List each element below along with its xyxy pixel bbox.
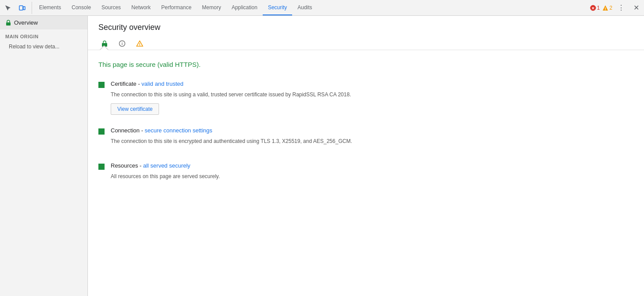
connection-title: Connection - secure connection settings <box>111 127 352 134</box>
toolbar-right: ✕ 1 ! 2 ⋮ ✕ <box>590 2 642 14</box>
info-filter-btn[interactable] <box>116 37 128 50</box>
tab-security[interactable]: Security <box>263 0 292 15</box>
close-devtools-button[interactable]: ✕ <box>630 2 642 14</box>
connection-status-indicator <box>98 128 105 135</box>
security-content: This page is secure (valid HTTPS). Certi… <box>88 50 644 208</box>
warning-filter-btn[interactable] <box>134 37 146 50</box>
security-header: Security overview <box>88 16 644 50</box>
cursor-icon[interactable] <box>2 2 14 14</box>
connection-description: The connection to this site is encrypted… <box>111 137 352 146</box>
certificate-body: Certificate - valid and trusted The conn… <box>111 80 351 115</box>
svg-point-13 <box>139 45 140 46</box>
tab-performance[interactable]: Performance <box>156 0 197 15</box>
certificate-title: Certificate - valid and trusted <box>111 80 351 87</box>
sidebar: Overview Main origin Reload to view deta… <box>0 16 88 296</box>
resources-title: Resources - all served securely <box>111 162 220 169</box>
security-overview-title: Security overview <box>98 23 633 32</box>
main-layout: Overview Main origin Reload to view deta… <box>0 16 644 296</box>
svg-text:✕: ✕ <box>591 6 595 11</box>
toolbar-icon-group <box>2 2 32 14</box>
tab-audits[interactable]: Audits <box>292 0 317 15</box>
error-badge: ✕ 1 <box>590 5 600 11</box>
sidebar-item-overview[interactable]: Overview <box>0 16 87 29</box>
lock-icon <box>5 20 11 26</box>
svg-text:!: ! <box>605 6 606 11</box>
tab-memory[interactable]: Memory <box>197 0 226 15</box>
certificate-item: Certificate - valid and trusted The conn… <box>98 80 633 115</box>
svg-point-10 <box>122 42 123 43</box>
connection-body: Connection - secure connection settings … <box>111 127 352 150</box>
devtools-toolbar: Elements Console Sources Network Perform… <box>0 0 644 16</box>
resources-status-indicator <box>98 164 105 170</box>
sidebar-section-main-origin: Main origin <box>0 29 87 41</box>
resources-description: All resources on this page are served se… <box>111 172 220 181</box>
certificate-link[interactable]: valid and trusted <box>141 80 183 87</box>
page-secure-message: This page is secure (valid HTTPS). <box>98 61 633 68</box>
svg-rect-6 <box>6 22 11 26</box>
tab-sources[interactable]: Sources <box>96 0 126 15</box>
certificate-description: The connection to this site is using a v… <box>111 91 351 99</box>
connection-item: Connection - secure connection settings … <box>98 127 633 150</box>
sidebar-item-reload[interactable]: Reload to view deta... <box>0 41 87 52</box>
connection-link[interactable]: secure connection settings <box>145 127 212 134</box>
view-certificate-button[interactable]: View certificate <box>111 103 159 115</box>
more-options-button[interactable]: ⋮ <box>615 2 627 14</box>
resources-link[interactable]: all served securely <box>143 162 191 169</box>
content-area: Security overview <box>88 16 644 296</box>
warn-badge: ! 2 <box>602 5 612 11</box>
tab-network[interactable]: Network <box>126 0 156 15</box>
tabs-bar: Elements Console Sources Network Perform… <box>34 0 590 15</box>
error-circle-icon: ✕ <box>590 5 596 11</box>
resources-body: Resources - all served securely All reso… <box>111 162 220 185</box>
resources-item: Resources - all served securely All reso… <box>98 162 633 185</box>
security-icon-row <box>98 37 633 50</box>
svg-rect-0 <box>19 6 23 10</box>
svg-rect-1 <box>23 7 25 10</box>
tab-elements[interactable]: Elements <box>34 0 66 15</box>
tab-console[interactable]: Console <box>66 0 96 15</box>
tab-application[interactable]: Application <box>226 0 263 15</box>
warning-triangle-icon: ! <box>602 5 608 11</box>
certificate-status-indicator <box>98 82 105 88</box>
device-toolbar-icon[interactable] <box>16 2 28 14</box>
